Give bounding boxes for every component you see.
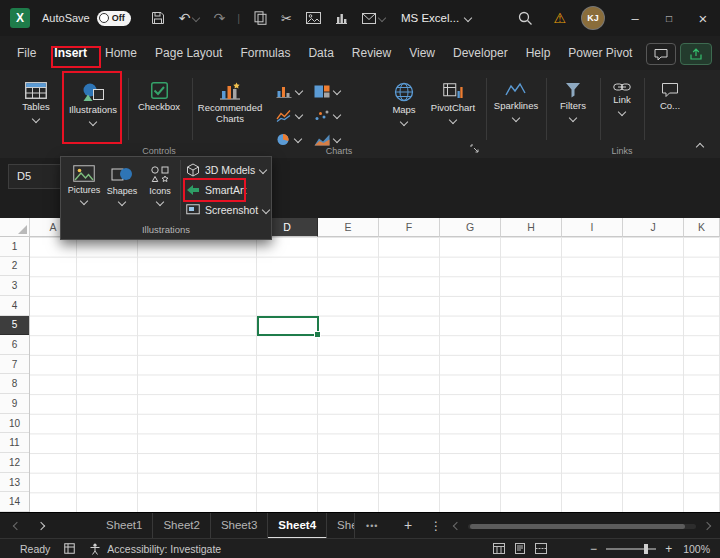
minimize-button[interactable]: –	[618, 11, 652, 26]
collapse-ribbon-icon[interactable]	[696, 143, 704, 151]
tab-view[interactable]: View	[400, 36, 444, 70]
recommended-charts-button[interactable]: Recommended Charts	[198, 74, 262, 144]
picture-button[interactable]	[306, 12, 321, 24]
tab-page-layout[interactable]: Page Layout	[146, 36, 231, 70]
undo-button[interactable]: ↶	[179, 10, 200, 26]
treemap-chart-button[interactable]	[310, 80, 346, 102]
filters-button[interactable]: Filters	[550, 74, 596, 144]
tab-help[interactable]: Help	[517, 36, 560, 70]
sheet-tab-partial[interactable]: She	[327, 513, 355, 539]
maps-button[interactable]: Maps	[384, 74, 424, 144]
more-sheets-button[interactable]: •••	[366, 513, 378, 539]
sheet-nav-right-button[interactable]	[30, 513, 52, 539]
row-header-8[interactable]: 8	[0, 374, 29, 394]
row-header-7[interactable]: 7	[0, 355, 29, 375]
column-header-e[interactable]: E	[318, 218, 379, 237]
save-button[interactable]	[151, 11, 165, 25]
comments-ribbon-button[interactable]: Co...	[648, 74, 692, 144]
ribbon-tab-bar: File Insert Home Page Layout Formulas Da…	[0, 36, 720, 70]
chevron-down-icon	[618, 107, 626, 115]
horizontal-scrollbar[interactable]	[452, 513, 712, 539]
macro-record-icon[interactable]	[64, 543, 75, 554]
zoom-slider[interactable]	[606, 544, 656, 554]
tab-power-pivot[interactable]: Power Pivot	[559, 36, 641, 70]
cut-button[interactable]: ✂	[281, 11, 292, 26]
column-header-h[interactable]: H	[501, 218, 562, 237]
tab-review[interactable]: Review	[343, 36, 400, 70]
row-header-1[interactable]: 1	[0, 237, 29, 257]
scatter-chart-button[interactable]	[310, 104, 346, 126]
spreadsheet-grid[interactable]	[30, 237, 720, 512]
warning-icon[interactable]: ⚠	[553, 10, 566, 26]
row-header-13[interactable]: 13	[0, 473, 29, 493]
copy-button[interactable]	[254, 11, 267, 25]
sheet-tab-sheet1[interactable]: Sheet1	[96, 513, 153, 539]
row-header-11[interactable]: 11	[0, 433, 29, 453]
zoom-knob[interactable]	[644, 544, 648, 554]
row-header-4[interactable]: 4	[0, 296, 29, 316]
close-button[interactable]: ×	[686, 10, 720, 27]
sheet-options-button[interactable]: ⋮	[428, 513, 444, 539]
titlebar: X AutoSave Off ↶ ↷ | ✂ MS Excel...	[0, 0, 720, 36]
row-header-12[interactable]: 12	[0, 453, 29, 473]
comments-button[interactable]	[646, 43, 676, 65]
scrollbar-thumb[interactable]	[470, 524, 685, 529]
name-box[interactable]: D5	[8, 164, 62, 189]
tab-formulas[interactable]: Formulas	[231, 36, 299, 70]
page-layout-view-button[interactable]	[514, 543, 526, 554]
3d-models-menu-item[interactable]: 3D Models	[183, 160, 271, 180]
sparklines-button[interactable]: Sparklines	[490, 74, 542, 144]
zoom-percentage[interactable]: 100%	[683, 543, 710, 555]
sheet-tab-sheet4-active[interactable]: Sheet4	[268, 513, 327, 539]
document-title[interactable]: MS Excel...	[401, 12, 471, 24]
row-header-14[interactable]: 14	[0, 492, 29, 512]
avatar[interactable]: KJ	[582, 7, 604, 29]
tab-data[interactable]: Data	[299, 36, 342, 70]
dialog-launcher-icon[interactable]	[470, 144, 479, 153]
tab-developer[interactable]: Developer	[444, 36, 517, 70]
scroll-left-icon[interactable]	[453, 522, 461, 530]
row-header-3[interactable]: 3	[0, 276, 29, 296]
tab-home[interactable]: Home	[96, 36, 146, 70]
row-header-9[interactable]: 9	[0, 394, 29, 414]
share-button[interactable]	[680, 43, 712, 65]
column-header-i[interactable]: I	[562, 218, 623, 237]
column-header-k[interactable]: K	[684, 218, 720, 237]
tables-button[interactable]: Tables	[12, 74, 60, 144]
add-sheet-button[interactable]: +	[398, 513, 418, 538]
shapes-button[interactable]: Shapes	[103, 159, 141, 219]
line-chart-button[interactable]	[272, 104, 308, 126]
normal-view-button[interactable]	[493, 543, 505, 554]
autosave-toggle[interactable]: Off	[97, 11, 131, 26]
column-header-g[interactable]: G	[440, 218, 501, 237]
link-button[interactable]: Link	[604, 74, 640, 144]
redo-button[interactable]: ↷	[213, 10, 225, 26]
row-header-2[interactable]: 2	[0, 257, 29, 277]
column-header-f[interactable]: F	[379, 218, 440, 237]
column-chart-button[interactable]	[272, 80, 308, 102]
chart-button[interactable]	[335, 12, 348, 24]
row-header-10[interactable]: 10	[0, 414, 29, 434]
maximize-button[interactable]: □	[652, 13, 686, 24]
checkbox-button[interactable]: Checkbox	[134, 74, 184, 144]
screenshot-menu-item[interactable]: Screenshot	[183, 200, 271, 220]
zoom-in-button[interactable]: +	[665, 542, 672, 556]
column-header-j[interactable]: J	[623, 218, 684, 237]
search-icon[interactable]	[518, 11, 533, 26]
fill-handle[interactable]	[314, 331, 321, 338]
page-break-view-button[interactable]	[535, 543, 547, 554]
sheet-tab-sheet3[interactable]: Sheet3	[211, 513, 268, 539]
sheet-nav-left-button[interactable]	[6, 513, 28, 539]
pivotchart-button[interactable]: PivotChart	[426, 74, 480, 144]
zoom-out-button[interactable]: −	[590, 542, 597, 556]
scroll-right-icon[interactable]	[703, 522, 711, 530]
status-accessibility[interactable]: Accessibility: Investigate	[107, 543, 221, 555]
sheet-tab-sheet2[interactable]: Sheet2	[153, 513, 210, 539]
mail-button[interactable]	[362, 13, 385, 24]
icons-button[interactable]: Icons	[141, 159, 179, 219]
pictures-button[interactable]: Pictures	[65, 159, 103, 219]
select-all-corner[interactable]	[0, 218, 30, 237]
tab-file[interactable]: File	[8, 36, 45, 70]
row-header-5-selected[interactable]: 5	[0, 316, 29, 336]
row-header-6[interactable]: 6	[0, 335, 29, 355]
